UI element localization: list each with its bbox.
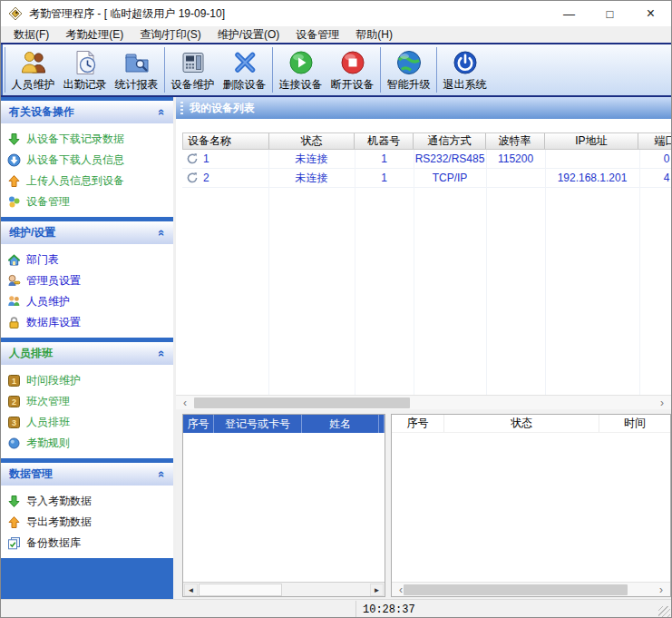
smart-upgrade-button[interactable]: 智能升级	[383, 44, 434, 95]
scroll-right-icon[interactable]: ›	[654, 583, 668, 597]
device-row[interactable]: 1 未连接 1 RS232/RS485 115200 0	[182, 150, 671, 169]
chevron-up-icon[interactable]: «	[155, 471, 169, 477]
grid-line	[486, 150, 487, 395]
section-header-maintain-settings[interactable]: 维护/设置 «	[1, 221, 173, 244]
device-list-horizontal-scrollbar[interactable]: ‹ ›	[176, 395, 671, 409]
personnel-list-panel: 序号 登记号或卡号 姓名 ◄ ►	[182, 414, 385, 597]
column-header-device-name[interactable]: 设备名称	[183, 133, 269, 149]
scrollbar-thumb[interactable]	[194, 397, 410, 408]
sidebar-item-shift-manage[interactable]: 2 班次管理	[7, 391, 171, 412]
column-header-ip-address[interactable]: IP地址	[545, 133, 639, 149]
status-bar: 10:28:37	[1, 599, 671, 618]
sidebar-item-device-manage[interactable]: 设备管理	[7, 191, 171, 212]
personnel-list-body[interactable]	[183, 433, 385, 582]
window-title: 考勤管理程序 - [ 临时超级用户 19-09-10]	[29, 6, 225, 22]
personnel-maintain-button[interactable]: 人员维护	[7, 44, 59, 95]
column-header-clipped	[379, 415, 385, 433]
statistics-report-button[interactable]: 统计报表	[111, 44, 162, 95]
sidebar-item-admin-settings[interactable]: 管理员设置	[7, 270, 171, 291]
disconnect-stop-icon	[339, 49, 366, 76]
scroll-left-icon[interactable]: ‹	[178, 396, 192, 410]
maximize-button[interactable]: □	[589, 1, 630, 26]
toolbar: 人员维护 出勤记录 统计报表 设备维护	[1, 44, 671, 95]
menu-maintain-settings[interactable]: 维护/设置(O)	[209, 26, 288, 44]
section-header-device-operations[interactable]: 有关设备操作 «	[1, 101, 173, 123]
sidebar-item-backup-database[interactable]: 备份数据库	[7, 533, 171, 554]
exit-system-button[interactable]: 退出系统	[439, 44, 491, 95]
number-1-square-icon: 1	[7, 374, 21, 387]
column-header-register-or-card-no[interactable]: 登记号或卡号	[214, 415, 302, 433]
orange-upload-arrow-icon	[7, 515, 21, 529]
section-header-data-manage[interactable]: 数据管理 «	[1, 463, 173, 486]
scrollbar-thumb[interactable]	[404, 584, 628, 595]
column-header-name[interactable]: 姓名	[302, 415, 379, 433]
event-list-body[interactable]	[392, 433, 670, 582]
menu-bar: 数据(F) 考勤处理(E) 查询/打印(S) 维护/设置(O) 设备管理 帮助(…	[1, 26, 671, 43]
blue-circle-download-icon	[7, 153, 21, 167]
sidebar-item-department-table[interactable]: 部门表	[7, 250, 171, 270]
sidebar-item-upload-personnel[interactable]: 上传人员信息到设备	[7, 171, 171, 191]
admin-key-icon	[7, 274, 21, 288]
menu-device-manage[interactable]: 设备管理	[287, 26, 347, 44]
close-button[interactable]: ×	[630, 1, 671, 26]
sidebar-item-export-attendance[interactable]: 导出考勤数据	[7, 512, 171, 533]
toolbar-separator	[380, 47, 381, 93]
sidebar-item-attendance-rules[interactable]: 考勤规则	[7, 433, 171, 454]
scrollbar-thumb[interactable]	[199, 584, 282, 596]
menu-help[interactable]: 帮助(H)	[347, 26, 401, 44]
column-header-comm-mode[interactable]: 通信方式	[414, 133, 486, 149]
event-list-horizontal-scrollbar[interactable]: ‹ ›	[392, 582, 670, 596]
delete-device-button[interactable]: 删除设备	[219, 44, 270, 95]
exit-power-icon	[452, 49, 479, 76]
sidebar-item-personnel-maintain[interactable]: 人员维护	[7, 291, 171, 312]
attendance-records-button[interactable]: 出勤记录	[59, 44, 111, 95]
device-row[interactable]: 2 未连接 1 TCP/IP 192.168.1.201 4	[182, 169, 671, 188]
personnel-list-header: 序号 登记号或卡号 姓名	[183, 415, 385, 433]
device-maintain-button[interactable]: 设备维护	[167, 44, 219, 95]
resize-grip-icon[interactable]	[658, 606, 670, 618]
svg-text:3: 3	[12, 418, 16, 427]
column-header-machine-no[interactable]: 机器号	[355, 133, 414, 149]
menu-data[interactable]: 数据(F)	[5, 26, 57, 44]
menu-attendance[interactable]: 考勤处理(E)	[57, 26, 131, 44]
connect-device-button[interactable]: 连接设备	[275, 44, 326, 95]
toolbar-separator	[5, 47, 5, 93]
sidebar-item-personnel-schedule[interactable]: 3 人员排班	[7, 412, 171, 433]
toolbar-separator	[436, 47, 437, 93]
svg-text:1: 1	[12, 377, 16, 386]
column-header-serial-no[interactable]: 序号	[392, 415, 444, 432]
svg-text:2: 2	[12, 397, 16, 407]
section-header-personnel-schedule[interactable]: 人员排班 «	[1, 342, 173, 365]
menu-query-print[interactable]: 查询/打印(S)	[131, 26, 209, 44]
column-header-serial-no[interactable]: 序号	[183, 415, 214, 433]
column-header-time[interactable]: 时间	[599, 415, 670, 432]
scroll-left-icon[interactable]: ◄	[184, 584, 198, 596]
sidebar-item-download-personnel[interactable]: 从设备下载人员信息	[7, 150, 171, 171]
sync-icon	[186, 172, 199, 184]
personnel-list-horizontal-scrollbar[interactable]: ◄ ►	[183, 582, 385, 596]
sidebar-section-data-manage: 数据管理 « 导入考勤数据 导出考勤数据 备份数据库	[1, 463, 173, 558]
chevron-up-icon[interactable]: «	[155, 230, 169, 236]
device-list-title: 我的设备列表	[190, 101, 255, 116]
sidebar-item-download-records[interactable]: 从设备下载记录数据	[7, 129, 171, 150]
sidebar-item-import-attendance[interactable]: 导入考勤数据	[7, 491, 171, 512]
column-header-baud-rate[interactable]: 波特率	[486, 133, 545, 149]
column-header-status[interactable]: 状态	[269, 133, 355, 149]
record-document-clock-icon	[72, 49, 99, 76]
scroll-right-icon[interactable]: ►	[370, 584, 384, 596]
chevron-up-icon[interactable]: «	[155, 109, 169, 115]
column-header-status[interactable]: 状态	[444, 415, 599, 432]
colored-balls-icon	[7, 195, 21, 209]
scroll-right-icon[interactable]: ›	[655, 396, 669, 410]
column-header-port[interactable]: 端口	[638, 133, 671, 149]
grid-line	[545, 150, 546, 395]
two-people-icon	[7, 295, 21, 309]
sidebar-section-maintain-settings: 维护/设置 « 部门表 管理员设置 人员维护 数据库设置	[1, 221, 173, 338]
sidebar-item-time-period-maintain[interactable]: 1 时间段维护	[7, 370, 171, 391]
minimize-button[interactable]: —	[549, 1, 589, 26]
chevron-up-icon[interactable]: «	[155, 350, 169, 357]
upgrade-globe-icon	[395, 49, 423, 76]
disconnect-device-button[interactable]: 断开设备	[326, 44, 378, 95]
device-list-area: 设备名称 状态 机器号 通信方式 波特率 IP地址 端口 1 未连接 1 RS2…	[176, 119, 671, 395]
sidebar-item-database-settings[interactable]: 数据库设置	[7, 312, 171, 333]
